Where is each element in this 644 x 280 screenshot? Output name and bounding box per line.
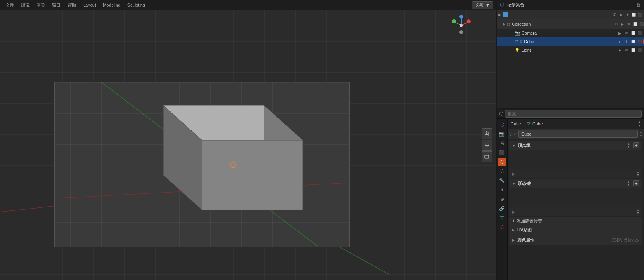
expand-up[interactable]: ▲ (638, 120, 641, 123)
coll-vis-arrow[interactable]: ▶ (620, 21, 625, 27)
properties-search-input[interactable] (505, 110, 642, 118)
ve-down[interactable]: ▼ (637, 174, 639, 176)
menu-render[interactable]: 渲染 (34, 2, 47, 9)
camera-view-tool[interactable] (482, 151, 492, 162)
prop-icon-data[interactable]: ▽ (498, 214, 506, 222)
coll-vis-check[interactable]: ☑ (614, 21, 619, 27)
prop-icon-render[interactable]: 📷 (498, 130, 506, 138)
sk-expand-arrow[interactable]: ▶ (512, 210, 515, 214)
axis-gizmo-svg: Z (450, 14, 473, 37)
color-attrs-header[interactable]: ▶ 颜色属性 CSDN @jieyucx (509, 235, 642, 245)
vg-down[interactable]: ▼ (627, 145, 630, 148)
vertex-groups-collapse[interactable] (512, 143, 515, 148)
cube-mesh-icon: ▽ (515, 39, 518, 44)
prop-icon-modifier[interactable]: 🔧 (498, 176, 506, 185)
add-rest-position-btn[interactable]: + 添加静置位置 (509, 217, 642, 225)
menu-edit[interactable]: 编辑 (19, 2, 32, 9)
cube-item-row[interactable]: ▽ ⧉ Cube ▶ 👁 ⬜ ⬛ (497, 37, 644, 46)
ske-down[interactable]: ▼ (637, 212, 639, 214)
right-panel: ⬡ 场景集合 ⧉ ▶ □ ☑ ▶ 👁 ⬜ ⬛ ▶ □ Collection (496, 0, 644, 280)
vis-eye[interactable]: 👁 (625, 12, 630, 17)
vis-cam[interactable]: ⬜ (631, 12, 636, 17)
light-item-row[interactable]: 💡 Light ▶ 👁 ⬜ ⬛ (497, 46, 644, 54)
shape-keys-header[interactable]: 形态键 ▲ ▼ + (509, 179, 642, 188)
shape-keys-collapse[interactable] (512, 181, 515, 186)
mesh-expand-arrows: ▲ ▼ (639, 130, 642, 138)
prop-icon-obj[interactable]: ⬡ (498, 167, 506, 176)
workspace-modeling[interactable]: Modeling (101, 2, 123, 8)
light-name: Light (522, 48, 616, 52)
vg-up[interactable]: ▲ (627, 143, 630, 145)
zoom-tool[interactable] (482, 128, 492, 139)
vertex-groups-header[interactable]: 顶点组 ▲ ▼ + (509, 141, 642, 150)
prop-icon-scene[interactable]: ⬡ (498, 120, 506, 129)
menu-file[interactable]: 文件 (3, 2, 16, 9)
properties-icon-btn[interactable]: ⬡ (499, 111, 503, 117)
cam-vis-cam[interactable]: ⬜ (630, 30, 636, 36)
workspace-layout[interactable]: Layout (81, 2, 98, 8)
collection-row[interactable]: ▶ □ Collection ☑ ▶ 👁 ⬜ ⬛ (497, 19, 644, 29)
menu-help[interactable]: 帮助 (65, 2, 79, 9)
coll-vis-box[interactable]: ⬛ (639, 21, 644, 27)
prop-icon-material[interactable]: ⬡ (498, 223, 506, 231)
coll-vis-eye[interactable]: 👁 (626, 21, 632, 27)
select-label: 选项 (475, 2, 484, 8)
ve-up[interactable]: ▲ (637, 171, 639, 174)
coll-vis-cam[interactable]: ⬜ (632, 21, 638, 27)
pan-tool[interactable] (482, 140, 492, 151)
vertex-groups-content (509, 150, 642, 169)
uv-maps-title: UV贴图 (517, 227, 532, 233)
light-vis-box[interactable]: ⬛ (637, 47, 642, 53)
prop-icon-constraints[interactable]: 🔗 (498, 204, 506, 213)
light-vis-arrow[interactable]: ▶ (617, 47, 623, 53)
prop-icon-physics[interactable]: ⊕ (498, 195, 506, 203)
light-vis-cam[interactable]: ⬜ (630, 47, 636, 53)
vis-check[interactable]: ☑ (612, 12, 618, 17)
cube-vis-cam[interactable]: ⬜ (630, 39, 636, 44)
vertex-expand-arrow[interactable]: ▶ (512, 172, 515, 176)
outliner-filter-btn[interactable]: ⧉ (636, 2, 641, 9)
breadcrumb-bar: Cube › ▽ Cube ▲ ▼ (508, 119, 644, 129)
svg-text:Z: Z (461, 14, 462, 16)
svg-point-13 (232, 164, 234, 165)
mesh-expand-up[interactable]: ▲ (639, 130, 642, 134)
cam-vis-eye[interactable]: 👁 (624, 30, 629, 36)
uv-maps-header[interactable]: ▶ UV贴图 (509, 225, 642, 235)
workspace-sculpting[interactable]: Sculpting (125, 2, 147, 8)
camera-item-row[interactable]: 📷 Camera ▶ 👁 ⬜ ⬛ (497, 29, 644, 37)
vis-arrow[interactable]: ▶ (618, 12, 624, 17)
vis-cam2[interactable]: ⬛ (637, 12, 642, 17)
uv-maps-collapse[interactable]: ▶ (512, 228, 515, 232)
coll-expand[interactable]: ▶ (503, 22, 506, 26)
mesh-expand-down[interactable]: ▼ (639, 134, 642, 138)
outliner: ⬡ 场景集合 ⧉ ▶ □ ☑ ▶ 👁 ⬜ ⬛ ▶ □ Collection (497, 0, 644, 109)
svg-marker-9 (202, 140, 303, 210)
menu-window[interactable]: 窗口 (50, 2, 63, 9)
ske-up[interactable]: ▲ (637, 209, 639, 212)
outliner-header: ⬡ 场景集合 ⧉ (497, 0, 644, 10)
sk-up[interactable]: ▲ (627, 181, 630, 183)
shape-keys-add[interactable]: + (633, 180, 639, 186)
cam-vis-1[interactable]: ▶ (617, 30, 623, 36)
sk-down[interactable]: ▼ (627, 183, 630, 186)
cube-vis-arrow[interactable]: ▶ (617, 39, 623, 44)
shape-keys-expand-row: ▶ ··· ▲ ▼ (509, 207, 642, 216)
3d-viewport[interactable]: Z (0, 10, 496, 280)
properties-body: ⬡ 📷 🖨 ⬛ ⬡ ⬡ 🔧 ✦ ⊕ 🔗 ▽ ⬡ Cube › (497, 119, 644, 280)
color-attrs-title: 颜色属性 (517, 237, 534, 243)
expand-down[interactable]: ▼ (638, 124, 641, 127)
prop-icon-view-layer[interactable]: ⬛ (498, 148, 506, 157)
prop-icon-output[interactable]: 🖨 (498, 139, 506, 148)
color-attrs-collapse[interactable]: ▶ (512, 238, 515, 242)
cam-vis-box[interactable]: ⬛ (637, 30, 642, 36)
scene-expand[interactable]: ▶ (498, 13, 501, 17)
light-vis-eye[interactable]: 👁 (624, 47, 629, 53)
vertex-groups-add[interactable]: + (633, 142, 639, 148)
prop-icon-world[interactable]: ⬡ (498, 158, 506, 166)
prop-icon-particles[interactable]: ✦ (498, 186, 506, 194)
mesh-name-input[interactable] (518, 130, 638, 138)
cube-vis-eye[interactable]: 👁 (624, 39, 629, 44)
cube-vis-box[interactable]: ⬛ (637, 39, 642, 44)
select-dropdown[interactable]: 选项 ▼ (472, 1, 493, 9)
axis-gizmo[interactable]: Z (450, 14, 473, 37)
